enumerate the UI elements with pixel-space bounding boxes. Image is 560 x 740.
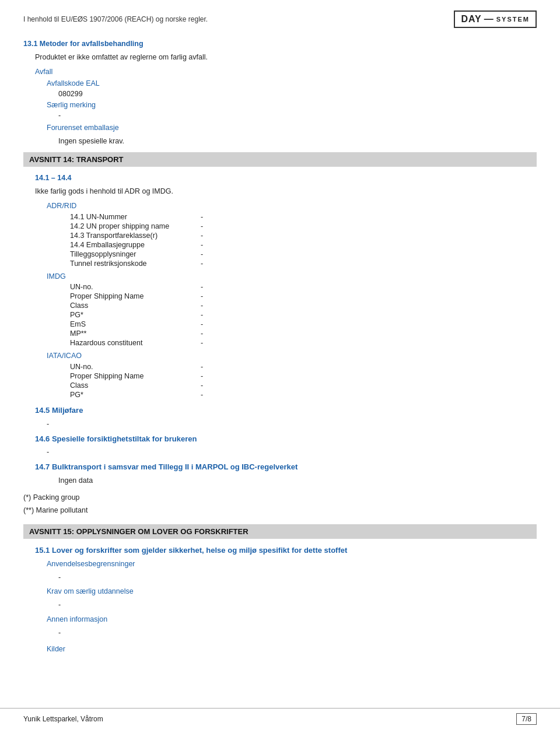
- avfallskode-value: 080299: [58, 89, 537, 100]
- s15-1-block: 15.1 Lover og forskrifter som gjelder si…: [35, 545, 537, 655]
- krav-label: Krav om særlig utdannelse: [47, 587, 134, 595]
- iata-field-row: Class-: [70, 381, 537, 390]
- page-header: I henhold til EU/EØS 1907/2006 (REACH) o…: [23, 10, 537, 28]
- footnotes: (*) Packing group (**) Marine pollutant: [23, 492, 537, 517]
- s14-5-block: 14.5 Miljøfare -: [35, 405, 537, 430]
- imdg-field-row: Proper Shipping Name-: [70, 292, 537, 300]
- iata-field-value: -: [201, 372, 203, 380]
- adr-field-value: -: [201, 232, 203, 240]
- avfall-fields: Avfallskode EAL 080299 Særlig merking - …: [47, 79, 537, 146]
- s14-6-heading: 14.6 Spesielle forsiktighetstiltak for b…: [35, 434, 197, 443]
- krav-value: -: [58, 599, 537, 611]
- imdg-field-value: -: [201, 329, 203, 338]
- imdg-field-name: PG*: [70, 311, 198, 319]
- iata-field-name: PG*: [70, 391, 198, 399]
- adr-field-name: 14.1 UN-Nummer: [70, 213, 198, 221]
- iata-block: IATA/ICAO UN-no.-Proper Shipping Name-Cl…: [47, 350, 537, 399]
- adr-field-row: Tilleggsopplysninger-: [70, 250, 537, 258]
- footnote1: (*) Packing group: [23, 492, 537, 503]
- page-footer: Yunik Lettsparkel, Våtrom 7/8: [0, 708, 560, 730]
- adr-field-name: 14.3 Transportfareklasse(r): [70, 232, 198, 240]
- imdg-field-row: MP**-: [70, 329, 537, 338]
- logo-system-text: SYSTEM: [496, 16, 530, 23]
- header-reach-text: I henhold til EU/EØS 1907/2006 (REACH) o…: [23, 15, 208, 23]
- section-14-intro: 14.1 – 14.4 Ikke farlig gods i henhold t…: [35, 173, 537, 197]
- saerlig-merking-value: -: [58, 110, 537, 121]
- imdg-block: IMDG UN-no.-Proper Shipping Name-Class-P…: [47, 271, 537, 348]
- imdg-field-row: PG*-: [70, 311, 537, 319]
- kilder-label: Kilder: [47, 645, 65, 653]
- saerlig-merking-row: Særlig merking: [47, 101, 537, 109]
- avfallskode-label: Avfallskode EAL: [47, 79, 175, 87]
- adr-field-row: Tunnel restriksjonskode-: [70, 259, 537, 268]
- iata-field-name: Proper Shipping Name: [70, 372, 198, 380]
- adr-field-row: 14.1 UN-Nummer-: [70, 213, 537, 221]
- imdg-field-value: -: [201, 320, 203, 328]
- imdg-field-row: UN-no.-: [70, 283, 537, 291]
- adr-field-name: Tunnel restriksjonskode: [70, 259, 198, 268]
- footer-page: 7/8: [516, 713, 537, 725]
- adr-field-value: -: [201, 213, 203, 221]
- s14-7-heading: 14.7 Bulktransport i samsvar med Tillegg…: [35, 462, 298, 471]
- iata-field-row: UN-no.-: [70, 363, 537, 371]
- adr-field-value: -: [201, 241, 203, 249]
- imdg-label: IMDG: [47, 272, 66, 280]
- s14-7-block: 14.7 Bulktransport i samsvar med Tillegg…: [35, 461, 537, 486]
- section-14: 14.1 – 14.4 Ikke farlig gods i henhold t…: [23, 173, 537, 516]
- iata-field-name: UN-no.: [70, 363, 198, 371]
- s14-6-block: 14.6 Spesielle forsiktighetstiltak for b…: [35, 433, 537, 458]
- adr-field-row: 14.2 UN proper shipping name-: [70, 222, 537, 230]
- footer-company: Yunik Lettsparkel, Våtrom: [23, 715, 103, 723]
- adr-field-name: Tilleggsopplysninger: [70, 250, 198, 258]
- section-15-header-bar: AVSNITT 15: OPPLYSNINGER OM LOVER OG FOR…: [23, 524, 537, 539]
- imdg-field-value: -: [201, 339, 203, 347]
- s15-1-heading: 15.1 Lover og forskrifter som gjelder si…: [35, 546, 347, 555]
- imdg-field-name: UN-no.: [70, 283, 198, 291]
- avfallskode-row: Avfallskode EAL: [47, 79, 537, 87]
- adr-fields: 14.1 UN-Nummer-14.2 UN proper shipping n…: [70, 213, 537, 268]
- footnote2: (**) Marine pollutant: [23, 505, 537, 516]
- s14-5-value: -: [47, 419, 537, 430]
- logo-day-text: DAY: [461, 14, 481, 24]
- imdg-field-row: Class-: [70, 301, 537, 310]
- iata-field-value: -: [201, 381, 203, 390]
- imdg-field-value: -: [201, 311, 203, 319]
- section-15: 15.1 Lover og forskrifter som gjelder si…: [23, 545, 537, 655]
- avfall-block: Avfall Avfallskode EAL 080299 Særlig mer…: [35, 66, 537, 147]
- iata-field-row: Proper Shipping Name-: [70, 372, 537, 380]
- s14-7-value: Ingen data: [58, 475, 537, 486]
- imdg-field-value: -: [201, 292, 203, 300]
- section-15-header-text: AVSNITT 15: OPPLYSNINGER OM LOVER OG FOR…: [29, 527, 249, 536]
- anvendelses-value: -: [58, 572, 537, 583]
- imdg-field-row: EmS-: [70, 320, 537, 328]
- anvendelses-label: Anvendelsesbegrensninger: [47, 560, 135, 568]
- adr-rid-block: ADR/RID 14.1 UN-Nummer-14.2 UN proper sh…: [47, 201, 537, 268]
- iata-field-value: -: [201, 363, 203, 371]
- avfall-label: Avfall: [35, 68, 52, 76]
- iata-field-row: PG*-: [70, 391, 537, 399]
- section-14-header-bar: AVSNITT 14: TRANSPORT: [23, 152, 537, 167]
- imdg-field-name: Proper Shipping Name: [70, 292, 198, 300]
- adr-field-row: 14.3 Transportfareklasse(r)-: [70, 232, 537, 240]
- logo: DAY — SYSTEM: [454, 10, 537, 28]
- saerlig-merking-label: Særlig merking: [47, 101, 175, 109]
- adr-field-value: -: [201, 250, 203, 258]
- section-13: 13.1 Metoder for avfallsbehandling Produ…: [23, 38, 537, 146]
- imdg-field-name: MP**: [70, 329, 198, 338]
- adr-field-value: -: [201, 222, 203, 230]
- iata-fields: UN-no.-Proper Shipping Name-Class-PG*-: [70, 363, 537, 399]
- forurenset-label: Forurenset emballasje: [47, 124, 119, 132]
- imdg-field-name: Hazardous constituent: [70, 339, 198, 347]
- adr-rid-label: ADR/RID: [47, 202, 76, 210]
- section-13-1-heading: 13.1 Metoder for avfallsbehandling: [23, 40, 144, 48]
- s14-sub-text: Ikke farlig gods i henhold til ADR og IM…: [35, 186, 537, 197]
- imdg-field-name: Class: [70, 301, 198, 310]
- imdg-field-name: EmS: [70, 320, 198, 328]
- iata-label: IATA/ICAO: [47, 352, 82, 360]
- imdg-field-value: -: [201, 301, 203, 310]
- iata-field-name: Class: [70, 381, 198, 390]
- section-13-sub-text: Produktet er ikke omfattet av reglerne o…: [35, 52, 537, 63]
- s14-6-value: -: [47, 447, 537, 458]
- section-14-header-text: AVSNITT 14: TRANSPORT: [29, 155, 124, 164]
- s14-5-heading: 14.5 Miljøfare: [35, 406, 83, 415]
